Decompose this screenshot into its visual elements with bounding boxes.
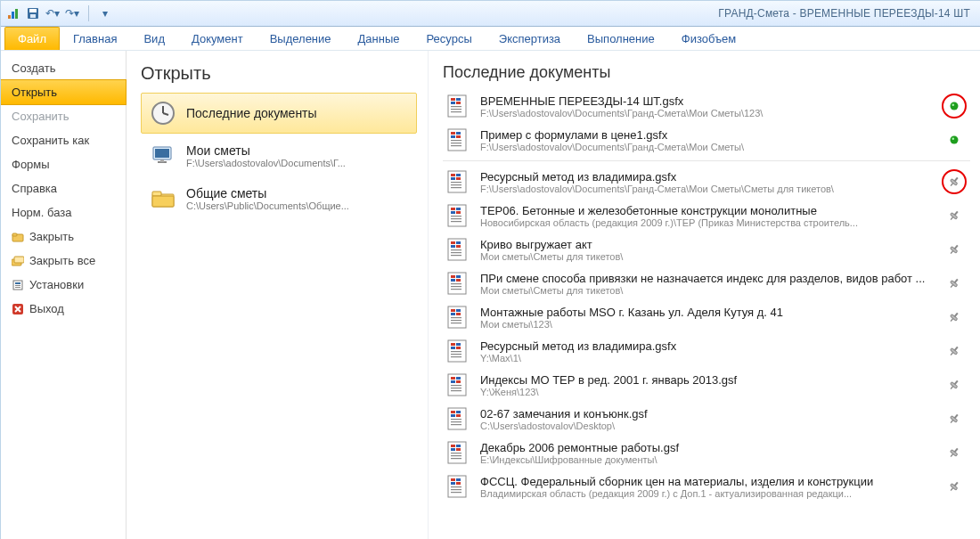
svg-rect-93 xyxy=(456,313,461,315)
recent-doc-title: Индексы МО ТЕР в ред. 2001 г. январь 201… xyxy=(480,373,933,387)
pin-icon[interactable] xyxy=(942,378,967,392)
menu-open-label: Открыть xyxy=(12,86,57,99)
recent-doc-row[interactable]: 02-67 замечания и конъюнк.gsf C:\Users\a… xyxy=(443,402,970,436)
svg-rect-39 xyxy=(456,135,461,138)
svg-rect-147 xyxy=(451,482,455,485)
svg-rect-117 xyxy=(451,388,461,388)
recent-doc-row[interactable]: Пример с формулами в цене1.gsfx F:\Users… xyxy=(443,123,970,157)
menu-norm-base[interactable]: Норм. база xyxy=(1,200,126,225)
save-icon[interactable] xyxy=(26,6,40,20)
open-panel-title: Открыть xyxy=(141,63,417,84)
tab-resources[interactable]: Ресурсы xyxy=(413,27,486,51)
recent-doc-row[interactable]: ТЕР06. Бетонные и железобетонные констру… xyxy=(443,199,970,233)
recent-doc-row[interactable]: Ресурсный метод из владимира.gsfx Y:\Max… xyxy=(443,334,970,368)
recent-doc-path: F:\Users\adostovalov\Documents\Гранд-Сме… xyxy=(480,184,933,194)
titlebar: ↶▾ ↷▾ ▾ ГРАНД-Смета - ВРЕМЕННЫЕ ПЕРЕЕЗДЫ… xyxy=(1,1,980,27)
svg-rect-138 xyxy=(451,453,461,453)
pin-icon[interactable] xyxy=(942,479,967,494)
recent-doc-row[interactable]: Криво выгружает акт Мои сметы\Сметы для … xyxy=(443,233,970,266)
redo-icon[interactable]: ↷▾ xyxy=(65,6,79,20)
menu-close-all[interactable]: Закрыть все xyxy=(1,249,126,273)
svg-rect-72 xyxy=(451,249,461,250)
qat-customize-icon[interactable]: ▾ xyxy=(98,6,112,20)
pin-icon[interactable] xyxy=(942,208,967,223)
tab-document[interactable]: Документ xyxy=(178,27,257,51)
backstage: Создать Открыть Сохранить Сохранить как … xyxy=(1,51,980,539)
tab-home[interactable]: Главная xyxy=(60,27,130,51)
svg-rect-46 xyxy=(451,174,455,176)
folder-icon xyxy=(149,184,177,213)
svg-rect-41 xyxy=(451,143,461,143)
separator xyxy=(88,5,89,21)
recent-doc-path: F:\Users\adostovalov\Documents\Гранд-Сме… xyxy=(480,108,933,118)
svg-rect-127 xyxy=(451,419,461,420)
recent-doc-row[interactable]: Монтажные работы MSO г. Казань ул. Аделя… xyxy=(443,300,970,334)
svg-rect-70 xyxy=(451,245,455,248)
recent-documents-list: ВРЕМЕННЫЕ ПЕРЕЕЗДЫ-14 ШТ.gsfx F:\Users\a… xyxy=(443,89,970,503)
svg-rect-30 xyxy=(451,106,461,107)
pin-icon[interactable] xyxy=(942,101,967,111)
svg-rect-21 xyxy=(160,159,164,162)
open-recent-label: Последние документы xyxy=(186,106,409,120)
file-tab[interactable]: Файл xyxy=(4,27,60,50)
document-icon xyxy=(443,337,471,365)
menu-exit[interactable]: Выход xyxy=(1,297,126,321)
svg-rect-99 xyxy=(951,318,954,322)
recent-doc-row[interactable]: Индексы МО ТЕР в ред. 2001 г. январь 201… xyxy=(443,368,970,402)
svg-rect-2 xyxy=(15,9,18,19)
menu-closeall-label: Закрыть все xyxy=(29,254,95,267)
pin-icon[interactable] xyxy=(942,310,967,324)
svg-rect-1 xyxy=(12,12,14,19)
open-my-smety[interactable]: Мои сметы F:\Users\adostovalov\Documents… xyxy=(141,135,417,176)
recent-documents-title: Последние документы xyxy=(443,63,970,82)
recent-doc-row[interactable]: ВРЕМЕННЫЕ ПЕРЕЕЗДЫ-14 ШТ.gsfx F:\Users\a… xyxy=(443,89,970,123)
svg-rect-112 xyxy=(451,377,455,380)
svg-rect-154 xyxy=(951,487,954,491)
open-my-smety-path: F:\Users\adostovalov\Documents\Г... xyxy=(186,158,409,168)
svg-rect-7 xyxy=(12,233,17,236)
tab-view[interactable]: Вид xyxy=(130,27,178,51)
svg-rect-129 xyxy=(451,424,461,425)
menu-create[interactable]: Создать xyxy=(1,56,126,80)
undo-icon[interactable]: ↶▾ xyxy=(45,6,60,20)
open-recent-documents[interactable]: Последние документы xyxy=(141,93,417,134)
svg-rect-151 xyxy=(451,492,461,493)
menu-close-label: Закрыть xyxy=(29,230,74,243)
menu-open[interactable]: Открыть xyxy=(0,79,127,105)
svg-rect-77 xyxy=(951,250,954,254)
svg-rect-5 xyxy=(30,14,36,18)
pin-icon[interactable] xyxy=(942,175,967,189)
tab-execution[interactable]: Выполнение xyxy=(574,27,668,51)
recent-doc-path: Y:\Женя\123\ xyxy=(480,387,933,397)
pin-icon[interactable] xyxy=(942,242,967,257)
menu-help[interactable]: Справка xyxy=(1,176,126,200)
document-icon xyxy=(443,371,471,399)
recent-documents-panel: Последние документы ВРЕМЕННЫЕ ПЕРЕЕЗДЫ-1… xyxy=(429,51,980,539)
recent-doc-row[interactable]: ПРи смене способа привязки не назначаетс… xyxy=(443,266,970,300)
pin-icon[interactable] xyxy=(942,445,967,460)
svg-point-33 xyxy=(951,102,959,110)
menu-setup[interactable]: Установки xyxy=(1,273,126,297)
menu-setup-label: Установки xyxy=(29,278,84,291)
tab-expertise[interactable]: Экспертиза xyxy=(486,27,574,51)
recent-doc-row[interactable]: Ресурсный метод из владимира.gsfx F:\Use… xyxy=(443,165,970,199)
tab-selection[interactable]: Выделение xyxy=(257,27,345,51)
tab-physvolume[interactable]: Физобъем xyxy=(668,27,750,51)
svg-point-43 xyxy=(951,136,959,144)
menu-forms[interactable]: Формы xyxy=(1,152,126,176)
menu-save-as[interactable]: Сохранить как xyxy=(1,128,126,152)
pin-icon[interactable] xyxy=(942,344,967,358)
pin-icon[interactable] xyxy=(942,135,967,145)
recent-doc-row[interactable]: ФССЦ. Федеральный сборник цен на материа… xyxy=(443,470,970,503)
tab-data[interactable]: Данные xyxy=(345,27,413,51)
svg-rect-116 xyxy=(451,385,461,386)
svg-rect-92 xyxy=(451,313,455,315)
svg-rect-40 xyxy=(451,140,461,141)
pin-icon[interactable] xyxy=(942,412,967,426)
menu-exit-label: Выход xyxy=(29,302,64,315)
open-shared-smety[interactable]: Общие сметы C:\Users\Public\Documents\Об… xyxy=(141,178,417,219)
menu-close[interactable]: Закрыть xyxy=(1,225,126,249)
pin-icon[interactable] xyxy=(942,276,967,290)
document-icon xyxy=(443,167,471,196)
recent-doc-row[interactable]: Декабрь 2006 ремонтные работы.gsf E:\Инд… xyxy=(443,436,970,470)
